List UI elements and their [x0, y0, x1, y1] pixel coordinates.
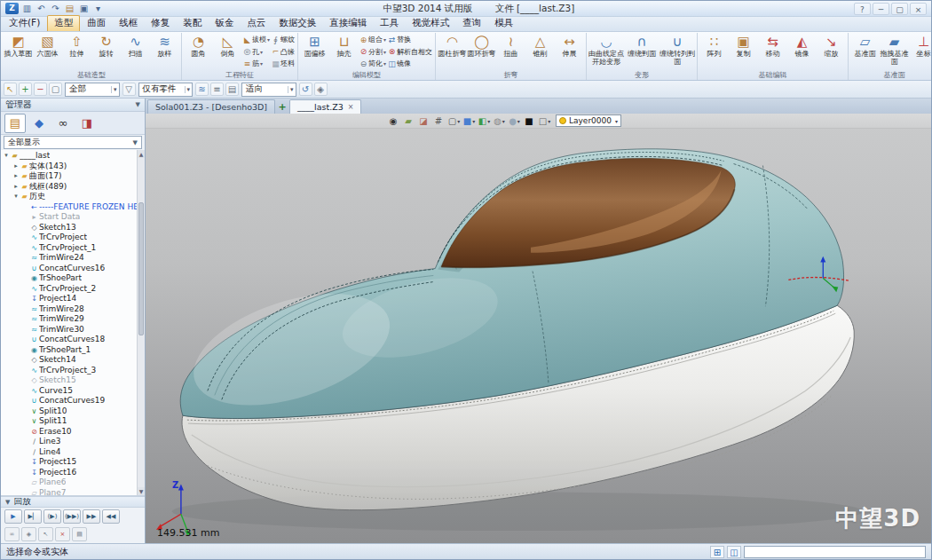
save-icon[interactable]: ▥ [21, 3, 33, 14]
undo-icon[interactable]: ↶ [36, 3, 47, 14]
funnel-icon[interactable]: ▽ [122, 83, 136, 96]
play-icon[interactable]: ▶ [4, 509, 22, 524]
tree-item[interactable]: ▱ Plane7 [1, 488, 137, 496]
viewport-tool[interactable]: ■ [523, 114, 536, 128]
stack-b-icon[interactable]: ≡ [210, 83, 224, 96]
shoe-model[interactable]: Z [146, 114, 931, 543]
tree-item[interactable]: ∪ ConcatCurves18 [1, 335, 137, 345]
link-icon[interactable]: ∞ [4, 527, 20, 541]
tree-item[interactable]: ∪ ConcatCurves19 [1, 396, 137, 406]
menu-item[interactable]: 直接编辑 [323, 16, 373, 31]
ribbon-button[interactable]: ⇧拉伸 [62, 33, 91, 59]
tree-item[interactable]: ▾ ▰ ____last [1, 151, 137, 162]
tree-item[interactable]: ◇ Sketch14 [1, 355, 137, 366]
tree-item[interactable]: ◉ TrShoePart [1, 273, 137, 284]
tree-scrollbar[interactable]: ▲ ▼ [137, 150, 145, 495]
ribbon-button[interactable]: ◺倒角 [213, 33, 242, 59]
ribbon-button-small[interactable]: ▦坯料 [271, 58, 296, 70]
layer-combo[interactable]: Layer0000 ▾ [556, 114, 621, 127]
redo-icon[interactable]: ↷ [50, 3, 61, 14]
scroll-thumb[interactable] [138, 202, 144, 335]
pick-arrow-icon[interactable]: ↖ [4, 83, 17, 96]
ribbon-button-small[interactable]: ⊖简化▾ [359, 58, 386, 70]
ribbon-button-small[interactable]: ◣拔模▾ [242, 34, 270, 46]
ribbon-button[interactable]: ▣复制 [729, 33, 758, 59]
grid-icon[interactable]: ⊞ [710, 546, 724, 558]
viewport-tool[interactable]: ◍▾ [493, 114, 506, 128]
minimize-icon[interactable]: ─ [873, 3, 889, 15]
ribbon-button[interactable]: ◡由曲线定点开始变形 [588, 33, 624, 66]
ribbon-button[interactable]: ⊔抽壳 [329, 33, 359, 59]
ribbon-button[interactable]: ▰拖拽基准面 [880, 33, 909, 66]
playback-header[interactable]: ▼ 回放 [1, 496, 145, 508]
tree-item[interactable]: ▸ ▰ 实体(143) [1, 162, 137, 172]
menu-item[interactable]: 装配 [177, 16, 208, 31]
tree-item[interactable]: ◇ Sketch13 [1, 223, 137, 233]
ribbon-button[interactable]: ⊥坐标 [909, 33, 931, 66]
rewind-icon[interactable]: ◀◀ [102, 509, 120, 524]
selection-scope-combo[interactable]: 仅有零件 ▾ [138, 83, 194, 97]
ribbon-button[interactable]: ◠圆柱折弯 [438, 33, 467, 59]
ribbon-button[interactable]: ⊞面偏移 [300, 33, 329, 59]
scroll-up-icon[interactable]: ▲ [138, 150, 145, 158]
ribbon-button-small[interactable]: ⇄替换 [387, 34, 433, 46]
scroll-track[interactable] [138, 158, 145, 487]
tree-expander-icon[interactable]: ▾ [12, 192, 20, 202]
ribbon-button[interactable]: ∪缠绕转列到面 [660, 33, 695, 66]
ribbon-button-small[interactable]: ⊘分割▾ [359, 46, 386, 59]
viewport-tool[interactable]: ■▾ [462, 114, 476, 128]
view-orientation-combo[interactable]: 适向 ▾ [241, 83, 296, 97]
viewport-tool[interactable]: ◉ [387, 114, 400, 128]
remove-select-icon[interactable]: − [34, 83, 47, 96]
tree-expander-icon[interactable]: ▸ [12, 162, 20, 172]
tree-item[interactable]: ∕ Line4 [1, 447, 137, 458]
tree-item[interactable]: ∪ ConcatCurves16 [1, 264, 137, 274]
selection-filter-combo[interactable]: 全部 ▾ [65, 83, 120, 97]
tree-item[interactable]: ∿ TrCrvProject_1 [1, 243, 137, 254]
menu-item[interactable]: 工具 [374, 16, 405, 31]
ribbon-button-small[interactable]: ◫镜像 [387, 58, 433, 70]
ribbon-button[interactable]: ≋放样 [150, 33, 179, 59]
assembly-manager-icon[interactable]: ◆ [28, 114, 50, 133]
ribbon-button[interactable]: ∩缠绕到面 [624, 33, 660, 66]
play-one-icon[interactable]: (▶) [43, 509, 61, 524]
menu-item[interactable]: 查询 [456, 16, 487, 31]
tree-item[interactable]: ≈ TrimWire24 [1, 253, 137, 264]
visual-manager-icon[interactable]: ∞ [52, 114, 74, 133]
stack-a-icon[interactable]: ≋ [195, 83, 209, 96]
add-select-icon[interactable]: + [19, 83, 32, 96]
ribbon-button[interactable]: ◔圆角 [184, 33, 213, 59]
help-icon[interactable]: ? [854, 3, 871, 15]
ribbon-button-small[interactable]: ⊕组合▾ [359, 34, 386, 46]
scroll-down-icon[interactable]: ▼ [138, 487, 145, 495]
ribbon-button[interactable]: ▱基准面 [850, 33, 880, 66]
viewport-tool[interactable]: ●▾ [508, 114, 521, 128]
ribbon-button-small[interactable]: ⊗解析自相交 [387, 46, 433, 59]
step-end-icon[interactable]: ▶▏ [24, 509, 42, 524]
viewport-tool[interactable]: # [432, 114, 446, 128]
manager-panel-header[interactable]: 管理器 ▼ [1, 99, 145, 112]
stack-c-icon[interactable]: ▤ [225, 83, 239, 96]
tree-item[interactable]: ⊘ Erase10 [1, 427, 137, 438]
menu-item[interactable]: 曲面 [81, 16, 112, 31]
tree-item[interactable]: ≈ TrimWire30 [1, 325, 137, 335]
tree-item[interactable]: ∨ Split11 [1, 416, 137, 427]
qat-dd-icon[interactable]: ▾ [92, 3, 104, 14]
viewport-tool[interactable]: ◪ [417, 114, 430, 128]
marquee-icon[interactable]: ▢ [49, 83, 62, 96]
tree-item[interactable]: ↧ Project15 [1, 457, 137, 468]
document-tab-active[interactable]: ____last.Z3 × [289, 99, 361, 114]
tree-item[interactable]: ▸ ▰ 曲面(17) [1, 171, 137, 182]
status-input[interactable] [744, 546, 926, 558]
tree-item[interactable]: ↧ Project14 [1, 294, 137, 304]
document-tab[interactable]: Sola001.Z3 - [Desenho3D] [147, 99, 275, 114]
ribbon-button[interactable]: ≀扭曲 [496, 33, 525, 59]
pick-step-icon[interactable]: ↖ [38, 527, 53, 541]
tree-item[interactable]: ∿ TrCrvProject_2 [1, 284, 137, 295]
tree-item[interactable]: ◉ TrShoePart_1 [1, 345, 137, 356]
viewport-tool[interactable]: □▾ [538, 114, 551, 128]
ribbon-button[interactable]: ↻旋转 [91, 33, 121, 59]
close-icon[interactable]: × [910, 3, 927, 15]
tree-item[interactable]: ▱ Plane6 [1, 477, 137, 488]
menu-item[interactable]: 点云 [241, 16, 272, 31]
